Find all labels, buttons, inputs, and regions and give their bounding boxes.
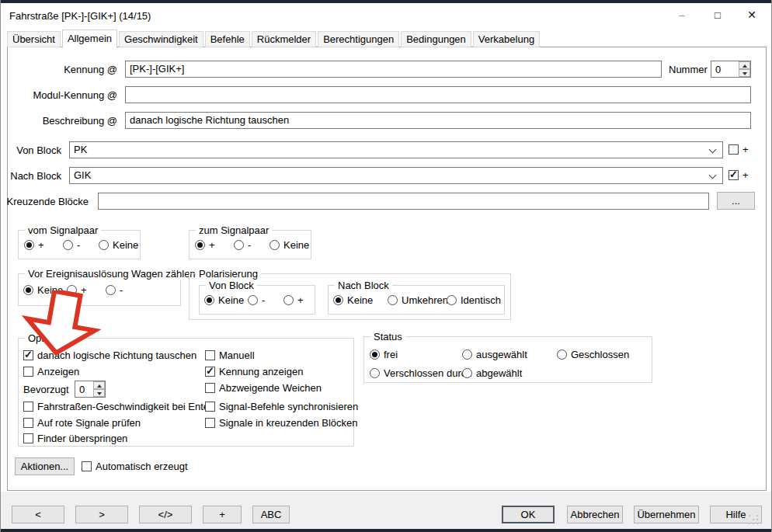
radio-pol-nach-identisch[interactable]: Identisch	[447, 294, 501, 306]
nav-next-button[interactable]: >	[75, 506, 128, 523]
beschreibung-input[interactable]: danach logische Richtung tauschen	[125, 112, 751, 129]
radio-label: Keine	[113, 239, 138, 251]
radio-icon	[370, 368, 380, 378]
nav-add-button[interactable]: +	[203, 506, 242, 523]
radio-icon	[370, 349, 380, 360]
abbrechen-button[interactable]: Abbrechen	[567, 506, 623, 523]
radio-zum-plus[interactable]: +	[195, 239, 215, 251]
spin-down-icon[interactable]	[93, 389, 105, 397]
nach-block-combo[interactable]: GIK	[69, 167, 723, 184]
resize-grip-icon[interactable]	[749, 515, 760, 526]
tab-bedingungen[interactable]: Bedingungen	[401, 31, 471, 47]
radio-pol-von-keine[interactable]: Keine	[204, 294, 244, 306]
nach-block-plus-checkbox[interactable]	[729, 170, 739, 180]
kreuzende-more-button[interactable]: ...	[717, 192, 755, 210]
radio-icon	[24, 240, 34, 250]
maximize-button[interactable]: □	[703, 3, 732, 26]
checkbox-finder-ueberspringen[interactable]: Finder überspringen	[23, 433, 127, 444]
checkbox-automatisch-erzeugt[interactable]: Automatisch erzeugt	[82, 461, 188, 472]
checkbox-label: Auf rote Signale prüfen	[37, 417, 141, 429]
ok-button[interactable]: OK	[502, 506, 555, 523]
minimize-icon: –	[679, 9, 685, 21]
checkbox-icon	[205, 402, 215, 412]
spin-down-icon[interactable]	[739, 69, 750, 77]
von-block-value: PK	[74, 144, 87, 155]
radio-pol-nach-umkehren[interactable]: Umkehren	[388, 294, 448, 306]
group-title: Polarisierung	[196, 268, 261, 280]
group-title: Status	[370, 331, 405, 342]
tab-uebersicht[interactable]: Übersicht	[7, 31, 61, 47]
radio-pol-von-minus[interactable]: -	[248, 294, 265, 306]
tab-verkabelung[interactable]: Verkabelung	[473, 31, 540, 47]
tab-befehle[interactable]: Befehle	[205, 31, 250, 47]
radio-icon	[204, 295, 214, 305]
tab-rueckmelder[interactable]: Rückmelder	[252, 31, 316, 47]
minimize-button[interactable]: –	[667, 3, 697, 26]
nach-block-label: Nach Block	[10, 170, 61, 182]
red-arrow-shape	[23, 290, 100, 359]
von-block-plus-checkbox[interactable]	[729, 144, 739, 155]
checkbox-manuell[interactable]: Manuell	[205, 349, 255, 361]
chevron-down-icon	[709, 172, 717, 179]
radio-zum-keine[interactable]: Keine	[270, 239, 309, 251]
radio-vom-plus[interactable]: +	[24, 239, 44, 251]
aktionen-button[interactable]: Aktionen...	[15, 457, 75, 475]
close-button[interactable]: ✕	[737, 3, 767, 26]
radio-icon	[99, 240, 109, 250]
titlebar[interactable]: Fahrstraße [PK-]-[GIK+] (14/15) – □ ✕	[1, 3, 772, 28]
radio-icon	[63, 240, 73, 250]
checkbox-icon	[82, 461, 92, 471]
radio-label: Umkehren	[402, 294, 448, 306]
checkbox-auf-rote-signale[interactable]: Auf rote Signale prüfen	[23, 417, 141, 429]
checkbox-abzweigende-weichen[interactable]: Abzweigende Weichen	[205, 382, 322, 394]
radio-label: Keine	[347, 294, 373, 306]
tab-berechtigungen[interactable]: Berechtigungen	[318, 31, 399, 47]
radio-vom-keine[interactable]: Keine	[99, 239, 138, 251]
nav-abc-button[interactable]: ABC	[252, 506, 290, 523]
checkbox-kennung-anzeigen[interactable]: Kennung anzeigen	[205, 366, 303, 377]
group-zum-signalpaar: zum Signalpaar + - Keine	[189, 230, 311, 259]
group-title: Von Block	[206, 280, 257, 291]
radio-icon	[333, 295, 343, 305]
radio-status-abgewaehlt[interactable]: abgewählt	[462, 367, 522, 379]
spin-up-icon[interactable]	[93, 381, 105, 389]
tab-geschwindigkeit[interactable]: Geschwindigkeit	[119, 31, 203, 47]
radio-icon	[195, 240, 205, 250]
nav-code-button[interactable]: </>	[139, 506, 192, 523]
nummer-spinner[interactable]: 0	[711, 61, 751, 78]
radio-status-verschlossen-durch[interactable]: Verschlossen durch	[370, 367, 471, 379]
radio-icon	[283, 295, 294, 305]
checkbox-signal-befehle-sync[interactable]: Signal-Befehle synchronisieren	[205, 401, 358, 412]
radio-label: -	[262, 294, 265, 306]
radio-status-ausgewaehlt[interactable]: ausgewählt	[462, 349, 527, 360]
uebernehmen-button[interactable]: Übernehmen	[634, 506, 699, 523]
radio-status-frei[interactable]: frei	[370, 349, 398, 360]
group-title: vom Signalpaar	[25, 224, 101, 236]
red-arrow-annotation	[13, 290, 116, 359]
checkbox-anzeigen[interactable]: Anzeigen	[23, 366, 79, 377]
radio-label: +	[297, 294, 304, 306]
checkbox-label: Finder überspringen	[37, 433, 127, 444]
tab-allgemein[interactable]: Allgemein	[62, 30, 117, 48]
checkbox-icon	[23, 433, 33, 443]
nav-prev-button[interactable]: <	[12, 506, 64, 523]
radio-label: frei	[384, 349, 398, 360]
dialog-window: Fahrstraße [PK-]-[GIK+] (14/15) – □ ✕ Üb…	[0, 0, 772, 532]
von-block-combo[interactable]: PK	[69, 141, 723, 158]
checkbox-signale-kreuzende-bloecke[interactable]: Signale in kreuzenden Blöcken	[205, 417, 358, 429]
kreuzende-bloecke-input[interactable]	[98, 193, 709, 210]
kennung-input[interactable]: [PK-]-[GIK+]	[125, 61, 662, 78]
group-title: zum Signalpaar	[196, 224, 272, 236]
radio-vom-minus[interactable]: -	[63, 239, 80, 251]
modul-kennung-input[interactable]	[125, 86, 751, 103]
radio-pol-von-plus[interactable]: +	[283, 294, 304, 306]
radio-pol-nach-keine[interactable]: Keine	[333, 294, 373, 306]
checkbox-fahrstrassen-geschwindigkeit[interactable]: Fahrstraßen-Geschwindigkeit bei Enter	[23, 401, 212, 412]
radio-zum-minus[interactable]: -	[234, 239, 251, 251]
checkbox-label: Manuell	[219, 349, 255, 361]
spinner-buttons	[93, 381, 105, 397]
bevorzugt-spinner[interactable]: 0	[75, 381, 106, 398]
spin-up-icon[interactable]	[739, 61, 750, 69]
checkbox-label: Signal-Befehle synchronisieren	[219, 401, 358, 412]
radio-status-geschlossen[interactable]: Geschlossen	[557, 349, 629, 360]
